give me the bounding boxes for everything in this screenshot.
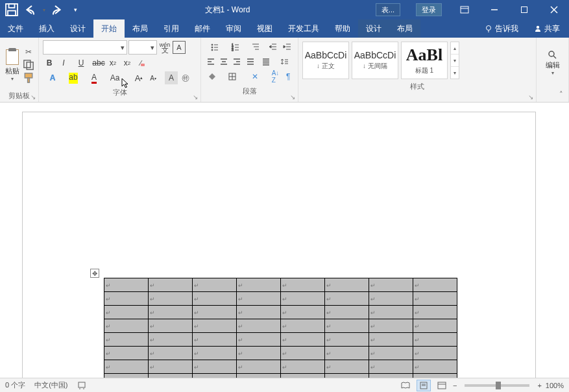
line-spacing-icon[interactable] [276,55,294,68]
distributed-icon[interactable] [258,55,275,68]
table-cell[interactable]: ↵ [104,319,149,333]
table-cell[interactable]: ↵ [104,278,149,292]
font-size-combo[interactable]: ▾ [128,40,157,55]
justify-icon[interactable] [245,55,256,68]
table-cell[interactable]: ↵ [193,319,237,333]
table-cell[interactable]: ↵ [237,360,281,374]
table-cell[interactable]: ↵ [149,292,193,306]
table-cell[interactable]: ↵ [104,292,149,306]
table-cell[interactable]: ↵ [193,306,237,319]
subscript-icon[interactable]: x2 [106,56,119,69]
style-heading1[interactable]: AaBl标题 1 [401,42,448,79]
tab-developer[interactable]: 开发工具 [280,19,327,38]
table-cell[interactable]: ↵ [413,292,457,306]
table-cell[interactable]: ↵ [369,333,413,347]
table-cell[interactable]: ↵ [413,360,457,374]
ribbon-display-options-icon[interactable] [450,0,479,19]
table-cell[interactable]: ↵ [149,278,193,292]
tab-layout[interactable]: 布局 [125,19,156,38]
strikethrough-icon[interactable]: abc [92,56,105,69]
paragraph-launcher-icon[interactable]: ↘ [289,93,297,101]
cut-icon[interactable]: ✂ [22,46,35,58]
tab-design[interactable]: 设计 [62,19,93,38]
document-area[interactable]: ✥ ↵↵↵↵↵↵↵↵↵↵↵↵↵↵↵↵↵↵↵↵↵↵↵↵↵↵↵↵↵↵↵↵↵↵↵↵↵↵… [0,103,569,378]
table-cell[interactable]: ↵ [325,278,369,292]
numbering-icon[interactable]: 123 [226,40,245,53]
web-layout-icon[interactable] [435,380,449,391]
tell-me-button[interactable]: 告诉我 [478,23,525,34]
clear-formatting-icon[interactable] [135,56,148,69]
zoom-level[interactable]: 100% [546,382,564,389]
table-cell[interactable]: ↵ [413,306,457,319]
tab-review[interactable]: 审阅 [218,19,249,38]
shrink-font-icon[interactable]: A▾ [147,71,160,84]
qat-customize-icon[interactable]: ▾ [67,2,83,18]
align-left-icon[interactable] [205,55,217,68]
asian-layout-icon[interactable]: ✕ [247,70,263,83]
close-icon[interactable] [539,0,569,19]
table-cell[interactable]: ↵ [325,333,369,347]
tab-view[interactable]: 视图 [249,19,280,38]
italic-icon[interactable]: I [57,56,70,69]
tab-help[interactable]: 帮助 [327,19,358,38]
phonetic-guide-icon[interactable]: wén文 [158,41,171,54]
align-center-icon[interactable] [218,55,230,68]
table-cell[interactable]: ↵ [325,319,369,333]
table-move-handle-icon[interactable]: ✥ [90,269,99,278]
table-cell[interactable]: ↵ [281,306,325,319]
copy-icon[interactable] [22,59,35,71]
format-painter-icon[interactable] [22,72,35,84]
char-border-icon[interactable]: A [173,41,186,54]
table-cell[interactable]: ↵ [369,319,413,333]
table-cell[interactable]: ↵ [193,347,237,360]
maximize-icon[interactable] [509,0,539,19]
document-table[interactable]: ↵↵↵↵↵↵↵↵↵↵↵↵↵↵↵↵↵↵↵↵↵↵↵↵↵↵↵↵↵↵↵↵↵↵↵↵↵↵↵↵… [104,278,457,378]
tab-mailings[interactable]: 邮件 [187,19,218,38]
superscript-icon[interactable]: x2 [121,56,134,69]
table-row[interactable]: ↵↵↵↵↵↵↵↵ [104,306,457,319]
table-cell[interactable]: ↵ [413,347,457,360]
word-count[interactable]: 0 个字 [5,380,25,390]
table-row[interactable]: ↵↵↵↵↵↵↵↵ [104,360,457,374]
table-cell[interactable]: ↵ [281,333,325,347]
tab-home[interactable]: 开始 [93,19,125,38]
show-hide-icon[interactable]: ¶ [282,70,294,83]
undo-icon[interactable] [22,2,38,18]
table-cell[interactable]: ↵ [325,306,369,319]
table-cell[interactable]: ↵ [413,333,457,347]
table-cell[interactable]: ↵ [325,360,369,374]
shading-icon[interactable] [205,70,222,83]
accessibility-icon[interactable] [77,380,86,391]
table-cell[interactable]: ↵ [193,333,237,347]
enclose-char-icon[interactable]: ㊕ [179,71,192,84]
table-row[interactable]: ↵↵↵↵↵↵↵↵ [104,333,457,347]
table-cell[interactable]: ↵ [325,292,369,306]
bold-icon[interactable]: B [43,56,56,69]
increase-indent-icon[interactable] [281,40,294,53]
minimize-icon[interactable] [479,0,509,19]
table-cell[interactable]: ↵ [237,333,281,347]
table-cell[interactable]: ↵ [325,347,369,360]
table-cell[interactable]: ↵ [369,278,413,292]
tab-references[interactable]: 引用 [156,19,187,38]
table-cell[interactable]: ↵ [281,360,325,374]
table-cell[interactable]: ↵ [104,347,149,360]
table-cell[interactable]: ↵ [149,319,193,333]
decrease-indent-icon[interactable] [267,40,280,53]
tab-table-layout[interactable]: 布局 [389,19,420,38]
collapse-ribbon-icon[interactable]: ˄ [556,89,566,99]
share-button[interactable]: 共享 [525,23,569,34]
table-row[interactable]: ↵↵↵↵↵↵↵↵ [104,347,457,360]
table-cell[interactable]: ↵ [281,292,325,306]
editing-button[interactable]: 编辑 ▾ [540,40,564,86]
table-cell[interactable]: ↵ [149,360,193,374]
table-cell[interactable]: ↵ [369,347,413,360]
table-row[interactable]: ↵↵↵↵↵↵↵↵ [104,278,457,292]
table-cell[interactable]: ↵ [369,292,413,306]
table-cell[interactable]: ↵ [237,319,281,333]
language[interactable]: 中文(中国) [34,380,67,390]
styles-launcher-icon[interactable]: ↘ [527,93,535,101]
table-cell[interactable]: ↵ [369,306,413,319]
table-cell[interactable]: ↵ [193,292,237,306]
clipboard-launcher-icon[interactable]: ↘ [29,93,37,101]
